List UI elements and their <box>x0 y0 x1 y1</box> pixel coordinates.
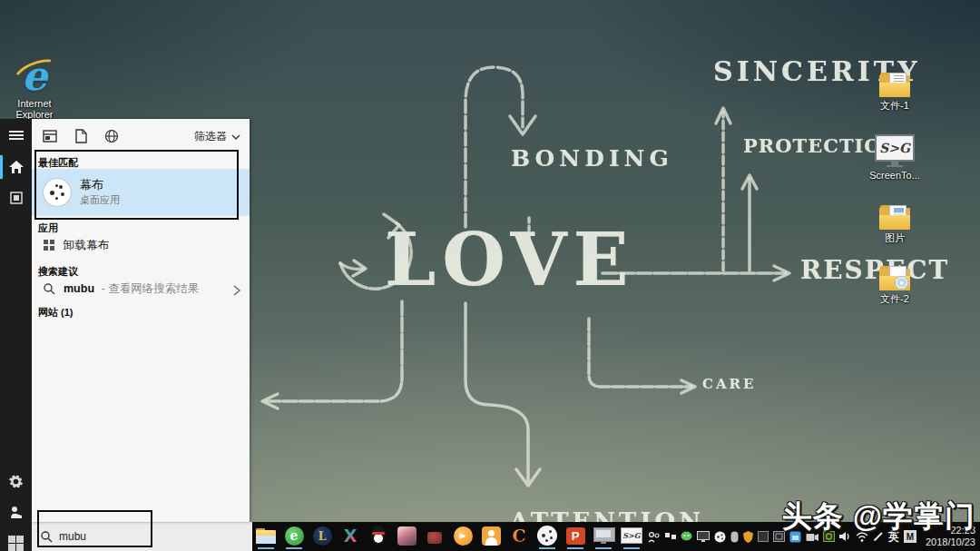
c-app-icon: C <box>512 526 525 546</box>
documents-filter-icon[interactable] <box>72 127 90 145</box>
result-web-suggestion[interactable]: mubu - 查看网络搜索结果 <box>32 277 250 300</box>
result-subtitle: 桌面应用 <box>80 193 120 207</box>
screentogif-base <box>887 165 903 167</box>
folder-icon <box>879 73 910 97</box>
start-rail <box>0 119 32 551</box>
desktop: LOVE BONDING SINCERITY PROTECTION RESPEC… <box>0 0 980 551</box>
desktop-icon-internet-explorer[interactable]: e Internet Explorer <box>2 56 67 120</box>
taskbar-red-app-icon[interactable] <box>424 525 446 546</box>
taskbar-qq-icon[interactable] <box>368 525 389 546</box>
icon-label: 图片 <box>862 232 927 243</box>
result-text: 卸载幕布 <box>64 238 109 253</box>
active-accent-bar <box>0 155 3 179</box>
taskbar-apps: e L X ▶ C <box>255 525 642 546</box>
chevron-down-icon <box>231 134 240 140</box>
desktop-icon-screentogif[interactable]: S>G ScreenTo... <box>862 134 927 181</box>
video-play-icon: ▶ <box>454 526 473 546</box>
taskbar-remote-monitor-icon[interactable] <box>593 525 614 546</box>
taskbar-360-browser-icon[interactable]: e <box>283 525 305 546</box>
mubu-tray-icon[interactable] <box>714 531 726 543</box>
dark-app-tray-icon[interactable] <box>758 531 769 542</box>
icon-label: 文件-1 <box>862 100 927 111</box>
hidden-icons-chevron[interactable] <box>665 532 676 541</box>
qq-penguin-icon <box>370 526 387 546</box>
people-icon[interactable] <box>648 531 661 543</box>
running-indicator <box>595 547 612 549</box>
account-icon[interactable] <box>0 497 32 527</box>
taskbar-screentogif-icon[interactable]: S>G <box>621 525 642 546</box>
filters-label: 筛选器 <box>194 129 227 144</box>
filters-dropdown[interactable]: 筛选器 <box>194 129 240 144</box>
section-web: 网站 (1) <box>38 306 74 320</box>
chevron-right-icon <box>233 283 240 300</box>
icon-label: Internet <box>2 98 67 109</box>
settings-gear-icon[interactable] <box>0 466 32 497</box>
taskbar-file-explorer-icon[interactable] <box>255 525 277 546</box>
search-input-value: mubu <box>59 530 86 543</box>
icon-label: 文件-2 <box>862 293 927 304</box>
web-filter-icon[interactable] <box>103 127 121 145</box>
mouse-tray-icon[interactable] <box>730 531 739 543</box>
running-indicator <box>258 547 274 549</box>
collections-icon[interactable] <box>0 182 32 213</box>
home-icon[interactable] <box>0 152 32 182</box>
desktop-icon-pictures[interactable]: 图片 <box>862 205 927 243</box>
result-uninstall-mubu[interactable]: 卸载幕布 <box>32 233 250 257</box>
apps-filter-icon[interactable] <box>41 127 59 145</box>
monitor-icon <box>593 527 613 544</box>
cd-icon <box>895 276 908 290</box>
x-app-icon: X <box>344 526 358 546</box>
clock-date: 2018/10/23 <box>919 536 975 548</box>
desktop-icon-folder-2[interactable]: 文件-2 <box>862 266 927 304</box>
mubu-app-icon <box>537 526 557 546</box>
screentogif-icon: S>G <box>875 134 915 162</box>
taskbar-l-app-icon[interactable]: L <box>311 525 333 546</box>
taskbar-x-app-icon[interactable]: X <box>339 525 361 546</box>
taskbar-person-app-icon[interactable] <box>480 525 502 546</box>
taskbar-search-box[interactable]: mubu <box>32 522 252 551</box>
photo-app-icon <box>397 526 416 546</box>
section-best-match: 最佳匹配 <box>38 156 78 170</box>
start-button-windows-icon[interactable] <box>0 527 32 551</box>
taskbar-video-app-icon[interactable]: ▶ <box>452 525 474 546</box>
wechat-tray-icon[interactable] <box>681 531 692 542</box>
menu-hamburger-icon[interactable] <box>0 120 32 151</box>
search-panel: 筛选器 最佳匹配 幕布 桌面应用 应用 卸载幕布 搜索建议 <box>32 119 250 522</box>
powerpoint-icon: P <box>566 527 585 545</box>
taskbar-c-app-icon[interactable]: C <box>508 525 530 546</box>
suggestion-detail: - 查看网络搜索结果 <box>102 282 200 295</box>
desktop-icon-folder-1[interactable]: 文件-1 <box>862 73 927 111</box>
l-app-icon: L <box>313 526 332 546</box>
uninstall-icon <box>43 240 55 251</box>
running-indicator <box>623 547 640 549</box>
search-icon <box>41 531 53 543</box>
search-icon <box>43 283 55 295</box>
mubu-app-icon <box>44 179 71 206</box>
icon-label: ScreenTo... <box>862 170 927 181</box>
watermark: 头条 @学掌门 <box>782 497 975 537</box>
result-title: 幕布 <box>80 177 103 193</box>
screentogif-icon: S>G <box>621 527 642 544</box>
taskbar-mubu-icon[interactable] <box>536 525 558 546</box>
taskbar-photo-app-icon[interactable] <box>396 525 417 546</box>
browser-icon: e <box>285 526 304 546</box>
watermark-prefix: 头条 <box>782 499 853 533</box>
watermark-handle: @学掌门 <box>853 499 975 533</box>
security-shield-icon[interactable] <box>743 531 753 543</box>
red-app-icon <box>427 532 442 544</box>
taskbar-powerpoint-icon[interactable]: P <box>564 525 586 546</box>
best-match-result-mubu[interactable]: 幕布 桌面应用 <box>32 169 250 216</box>
internet-explorer-icon: e <box>14 56 55 96</box>
running-indicator <box>286 547 302 549</box>
folder-icon <box>256 528 276 544</box>
running-indicator <box>567 547 583 549</box>
running-indicator <box>539 547 555 549</box>
suggestion-query: mubu <box>64 282 94 295</box>
person-app-icon <box>482 526 501 546</box>
folder-icon <box>879 205 910 230</box>
display-tray-icon[interactable] <box>697 531 710 542</box>
folder-icon <box>879 266 910 290</box>
